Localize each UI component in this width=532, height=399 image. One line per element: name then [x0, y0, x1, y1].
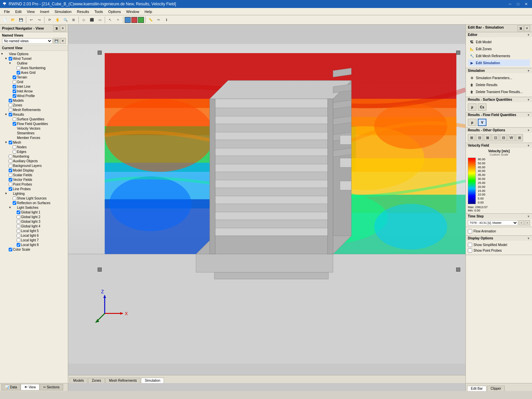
tree-checkbox-color-scale[interactable]	[9, 248, 12, 251]
tree-expand-background-layers[interactable]	[4, 164, 8, 168]
edit-bar-tab[interactable]: Edit Bar	[467, 386, 486, 391]
tree-checkbox-background-layers[interactable]	[9, 164, 12, 168]
tree-expand-local-light-7[interactable]	[12, 238, 16, 242]
viewport-canvas[interactable]: X Z ModelsZonesMesh RefinementsSimulatio…	[68, 25, 466, 383]
tree-node-lighting[interactable]: ▼Lighting	[0, 191, 68, 196]
tree-node-grid[interactable]: Grid	[0, 79, 68, 84]
tree-node-point-probes[interactable]: Point Probes	[0, 182, 68, 187]
tree-expand-models[interactable]	[4, 98, 8, 102]
menu-item-tools[interactable]: Tools	[92, 9, 106, 14]
minimize-button[interactable]: ─	[507, 1, 513, 7]
tree-node-global-light-4[interactable]: Global light 4	[0, 224, 68, 228]
time-step-prev[interactable]: ‹	[519, 220, 524, 225]
save-button[interactable]: 💾	[17, 16, 25, 24]
view-top-button[interactable]: ⬛	[88, 16, 95, 24]
undo-button[interactable]: ↩	[28, 16, 35, 24]
tree-expand-point-probes[interactable]	[4, 182, 8, 186]
tree-expand-grid[interactable]	[8, 80, 12, 84]
tree-expand-local-light-6[interactable]	[12, 233, 16, 237]
tree-checkbox-show-light-sources[interactable]	[13, 197, 16, 200]
other-btn-7[interactable]: ⊞	[516, 134, 523, 141]
tree-expand-local-light-5[interactable]	[12, 229, 16, 233]
tree-expand-auxiliary-objects[interactable]	[4, 159, 8, 163]
view-iso-button[interactable]: ◇	[80, 16, 87, 24]
tree-checkbox-axes-grid[interactable]	[17, 71, 20, 74]
simulation-toggle[interactable]: ▼	[527, 69, 530, 72]
tree-node-velocity-vectors[interactable]: Velocity Vectors	[0, 126, 68, 131]
menu-item-insert[interactable]: Insert	[37, 9, 52, 14]
tree-expand-line-probes[interactable]	[4, 187, 8, 191]
add-button[interactable]: +	[114, 16, 122, 24]
tree-checkbox-global-light-1[interactable]	[17, 210, 20, 214]
tree-expand-numbering[interactable]	[4, 154, 8, 158]
tree-checkbox-wind-profile[interactable]	[13, 94, 16, 98]
tree-node-local-light-5[interactable]: Local light 5	[0, 228, 68, 233]
tree-node-axes-grid[interactable]: Axes Grid	[0, 70, 68, 75]
tree-expand-mesh-refinements[interactable]	[4, 108, 8, 112]
tree-checkbox-global-light-2[interactable]	[17, 215, 20, 219]
tree-node-member-forces[interactable]: Member Forces	[0, 135, 68, 140]
data-tab[interactable]: 📊 Data	[1, 384, 21, 390]
tree-expand-global-light-2[interactable]	[12, 215, 16, 219]
other-btn-6[interactable]: W	[508, 134, 515, 141]
tree-checkbox-local-light-8[interactable]	[17, 243, 20, 247]
menu-item-view[interactable]: View	[24, 9, 38, 14]
tree-checkbox-edges[interactable]	[13, 150, 16, 154]
tree-checkbox-local-light-5[interactable]	[17, 229, 20, 233]
tree-node-mesh[interactable]: ▼Mesh	[0, 140, 68, 145]
tree-node-outline[interactable]: ▼Outline	[0, 61, 68, 66]
tree-expand-flow-field-quantities[interactable]	[8, 122, 12, 126]
tree-node-surface-quantities[interactable]: Surface Quantities	[0, 117, 68, 121]
view-tab[interactable]: 👁 View	[21, 384, 40, 390]
tree-checkbox-inlet-arrow[interactable]	[13, 89, 16, 93]
tree-node-zones[interactable]: Zones	[0, 103, 68, 107]
editor-toggle[interactable]: ▼	[527, 33, 530, 37]
tree-node-global-light-3[interactable]: Global light 3	[0, 219, 68, 224]
tree-expand-zones[interactable]	[4, 103, 8, 107]
menu-item-results[interactable]: Results	[74, 9, 92, 14]
tree-node-inlet-arrow[interactable]: Inlet Arrow	[0, 89, 68, 93]
tree-expand-mesh[interactable]: ▼	[4, 140, 8, 144]
color-button-2[interactable]	[131, 17, 137, 23]
flow-p-button[interactable]: p	[468, 119, 476, 126]
edit-simulation-button[interactable]: ▶ Edit Simulation	[468, 60, 530, 66]
tree-checkbox-line-probes[interactable]	[9, 187, 12, 191]
tree-checkbox-wind-tunnel[interactable]	[9, 57, 12, 61]
clip-button[interactable]: ✂	[155, 16, 162, 24]
color-button-1[interactable]	[125, 17, 131, 23]
zones-tab[interactable]: Zones	[88, 378, 105, 383]
tree-node-results[interactable]: ▼Results	[0, 112, 68, 117]
tree-checkbox-point-probes[interactable]	[9, 183, 12, 186]
redo-button[interactable]: ↪	[36, 16, 43, 24]
other-btn-3[interactable]: ⊠	[484, 134, 491, 141]
tree-node-models[interactable]: Models	[0, 98, 68, 103]
show-point-probes-checkbox[interactable]	[468, 248, 472, 253]
tree-node-numbering[interactable]: Numbering	[0, 154, 68, 159]
tree-expand-global-light-1[interactable]	[12, 210, 16, 214]
tree-node-reflection-on-surfaces[interactable]: Reflection on Surfaces	[0, 200, 68, 205]
tree-node-vector-fields[interactable]: Vector Fields	[0, 177, 68, 182]
tree-expand-axes-numbering[interactable]	[12, 66, 16, 70]
other-btn-2[interactable]: ⊟	[476, 134, 483, 141]
view-front-button[interactable]: ▭	[96, 16, 103, 24]
tree-checkbox-axes-numbering[interactable]	[17, 66, 20, 70]
tree-node-global-light-1[interactable]: Global light 1	[0, 210, 68, 214]
tree-expand-outline[interactable]: ▼	[8, 61, 12, 65]
tree-expand-color-scale[interactable]	[4, 247, 8, 251]
tree-expand-edges[interactable]	[8, 150, 12, 154]
flow-v-button[interactable]: V	[478, 119, 486, 126]
maximize-button[interactable]: □	[515, 1, 521, 7]
nav-pin-button[interactable]: ◨	[53, 25, 59, 31]
sections-tab[interactable]: ✂ Sections	[40, 384, 63, 390]
zoom-all-button[interactable]: ⊞	[70, 16, 77, 24]
edit-zones-button[interactable]: 📐 Edit Zones	[468, 46, 530, 52]
tree-node-nodes[interactable]: Nodes	[0, 145, 68, 149]
tree-checkbox-local-light-6[interactable]	[17, 234, 20, 237]
tree-checkbox-global-light-4[interactable]	[17, 224, 20, 228]
tree-checkbox-results[interactable]	[9, 113, 12, 116]
tree-expand-vector-fields[interactable]	[4, 178, 8, 182]
menu-item-simulation[interactable]: Simulation	[52, 9, 74, 14]
tree-node-scalar-fields[interactable]: Scalar Fields	[0, 173, 68, 177]
tree-node-color-scale[interactable]: Color Scale	[0, 247, 68, 252]
models-tab[interactable]: Models	[69, 378, 87, 383]
